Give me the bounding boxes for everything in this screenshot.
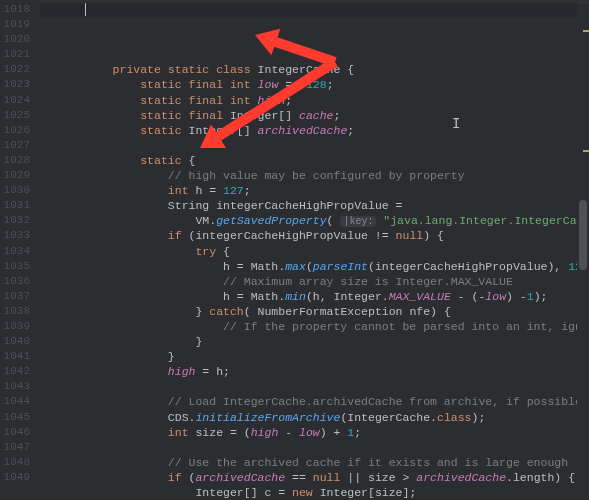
code-line[interactable]: CDS.initializeFromArchive(IntegerCache.c… [40, 410, 577, 425]
code-area[interactable]: private static class IntegerCache { stat… [40, 0, 577, 500]
code-line[interactable]: } [40, 334, 577, 349]
scrollbar-thumb[interactable] [579, 200, 587, 270]
line-number: 1025 [0, 108, 30, 123]
line-number-gutter: 1018101910201021102210231024102510261027… [0, 0, 40, 500]
line-number: 1043 [0, 379, 30, 394]
code-line[interactable] [40, 138, 577, 153]
current-line-highlight [40, 2, 577, 17]
line-number: 1035 [0, 259, 30, 274]
code-line[interactable]: int h = 127; [40, 183, 577, 198]
code-line[interactable]: static final Integer[] cache; [40, 108, 577, 123]
line-number: 1033 [0, 228, 30, 243]
line-number: 1028 [0, 153, 30, 168]
collapsed-region [40, 0, 589, 4]
code-line[interactable]: h = Math.min(h, Integer.MAX_VALUE - (-lo… [40, 289, 577, 304]
line-number: 1019 [0, 17, 30, 32]
line-number: 1034 [0, 244, 30, 259]
code-line[interactable]: // high value may be configured by prope… [40, 168, 577, 183]
code-line[interactable]: } [40, 349, 577, 364]
vertical-scrollbar[interactable] [577, 0, 589, 500]
line-number: 1040 [0, 334, 30, 349]
line-number: 1029 [0, 168, 30, 183]
code-line[interactable]: h = Math.max(parseInt(integerCacheHighPr… [40, 259, 577, 274]
line-number: 1032 [0, 213, 30, 228]
line-number: 1046 [0, 425, 30, 440]
scrollbar-mark [583, 150, 589, 152]
code-line[interactable] [40, 379, 577, 394]
line-number: 1039 [0, 319, 30, 334]
line-number: 1020 [0, 32, 30, 47]
line-number: 1031 [0, 198, 30, 213]
code-line[interactable]: VM.getSavedProperty( |key: "java.lang.In… [40, 213, 577, 228]
line-number: 1024 [0, 93, 30, 108]
line-number: 1042 [0, 364, 30, 379]
editor-caret [85, 3, 86, 16]
code-line[interactable]: // Maximum array size is Integer.MAX_VAL… [40, 274, 577, 289]
line-number: 1036 [0, 274, 30, 289]
code-editor[interactable]: 1018101910201021102210231024102510261027… [0, 0, 589, 500]
code-line[interactable]: // Use the archived cache if it exists a… [40, 455, 577, 470]
code-line[interactable]: String integerCacheHighPropValue = [40, 198, 577, 213]
line-number: 1038 [0, 304, 30, 319]
code-line[interactable]: static { [40, 153, 577, 168]
line-number: 1022 [0, 62, 30, 77]
scrollbar-mark [583, 30, 589, 32]
line-number: 1045 [0, 410, 30, 425]
code-line[interactable]: static final int high; [40, 93, 577, 108]
line-number: 1048 [0, 455, 30, 470]
code-line[interactable]: // Load IntegerCache.archivedCache from … [40, 394, 577, 409]
code-line[interactable] [40, 440, 577, 455]
line-number: 1018 [0, 2, 30, 17]
line-number: 1044 [0, 394, 30, 409]
code-line[interactable]: } catch( NumberFormatException nfe) { [40, 304, 577, 319]
code-line[interactable]: // If the property cannot be parsed into… [40, 319, 577, 334]
code-line[interactable]: Integer[] c = new Integer[size]; [40, 485, 577, 500]
code-line[interactable]: if (archivedCache == null || size > arch… [40, 470, 577, 485]
line-number: 1021 [0, 47, 30, 62]
line-number: 1027 [0, 138, 30, 153]
line-number: 1030 [0, 183, 30, 198]
line-number: 1037 [0, 289, 30, 304]
code-line[interactable]: int size = (high - low) + 1; [40, 425, 577, 440]
code-line[interactable]: high = h; [40, 364, 577, 379]
line-number: 1049 [0, 470, 30, 485]
code-line[interactable] [40, 47, 577, 62]
code-line[interactable]: private static class IntegerCache { [40, 62, 577, 77]
code-line[interactable]: try { [40, 244, 577, 259]
code-line[interactable]: static final int low = -128; [40, 77, 577, 92]
code-line[interactable]: if (integerCacheHighPropValue != null) { [40, 228, 577, 243]
line-number: 1047 [0, 440, 30, 455]
line-number: 1041 [0, 349, 30, 364]
code-line[interactable]: static Integer[] archivedCache; [40, 123, 577, 138]
line-number: 1026 [0, 123, 30, 138]
line-number: 1023 [0, 77, 30, 92]
